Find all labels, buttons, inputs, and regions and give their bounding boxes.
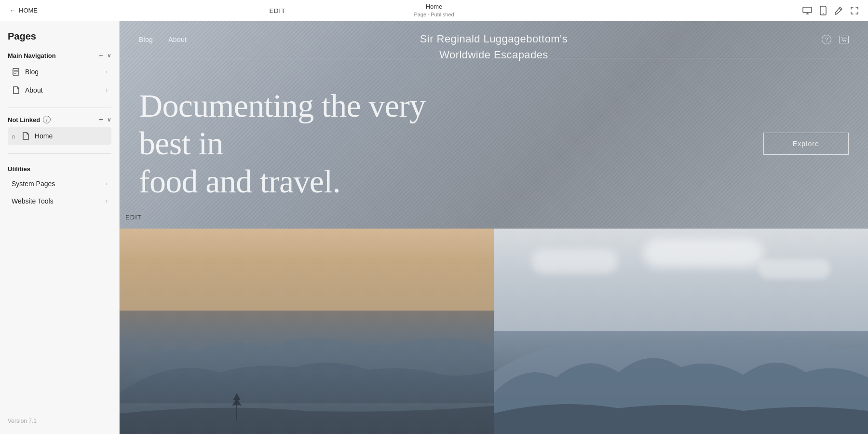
main-navigation-section: Main Navigation + ∨ [0,48,119,100]
back-arrow-icon: ← [10,7,16,14]
fullscreen-button[interactable] [851,7,858,14]
website-tools-label: Website Tools [12,197,54,205]
main-navigation-header[interactable]: Main Navigation + ∨ [8,48,111,63]
website-preview: Blog About Sir Reginald Luggagebottom's … [120,21,868,434]
tree-silhouette [232,391,242,420]
photo-card-right [494,229,868,434]
photo-card-left [120,229,494,434]
system-pages-item[interactable]: System Pages › [8,176,111,192]
nav-item-about[interactable]: About › [8,81,111,99]
main-navigation-actions: + ∨ [99,52,111,59]
divider-2 [8,153,111,154]
sidebar-title: Pages [8,31,111,42]
home-current-icon: ⌂ [12,133,15,140]
collapse-nav-button[interactable]: ∨ [107,53,111,58]
version-label: Version 7.1 [0,408,119,434]
photo-right-image [494,229,868,434]
preview-area: Blog About Sir Reginald Luggagebottom's … [120,21,868,434]
hero-section: Blog About Sir Reginald Luggagebottom's … [120,21,868,229]
toolbar-icons [802,6,858,15]
website-tools-item[interactable]: Website Tools › [8,193,111,209]
nav-item-blog-arrow: › [106,68,108,75]
svg-point-10 [845,41,846,42]
hero-content: Documenting the very best in food and tr… [120,58,868,229]
back-button[interactable]: ← HOME [10,7,38,14]
search-nav-icon[interactable]: ? [822,35,831,44]
site-nav-icons: ? [822,35,849,44]
not-linked-actions: + ∨ [99,116,111,123]
desktop-view-button[interactable] [802,7,812,14]
not-linked-label: Not Linked [8,116,40,123]
add-nav-item-button[interactable]: + [99,52,103,59]
mobile-view-button[interactable] [820,6,827,15]
back-label: HOME [19,7,38,14]
main-navigation-label: Main Navigation [8,52,56,59]
nav-item-about-arrow: › [106,87,108,94]
hero-heading-line1: Documenting the very best in [139,87,425,162]
cart-nav-icon[interactable] [839,36,849,43]
sidebar-header: Pages [0,21,119,48]
site-nav-links: Blog About [139,36,187,43]
svg-rect-0 [803,7,812,13]
page-label: Home [414,3,454,11]
nav-item-about-label: About [25,86,43,94]
page-status: Page · Published [414,11,454,18]
site-nav: Blog About Sir Reginald Luggagebottom's … [120,21,868,58]
svg-point-9 [843,41,844,42]
nav-item-blog-label: Blog [25,68,39,76]
add-not-linked-button[interactable]: + [99,116,103,123]
site-nav-blog[interactable]: Blog [139,36,153,43]
design-button[interactable] [834,6,843,15]
hero-heading: Documenting the very best in food and tr… [139,87,476,200]
svg-rect-11 [120,403,494,434]
main-layout: Pages Main Navigation + ∨ [0,21,868,434]
edit-button[interactable]: EDIT [125,214,142,221]
system-pages-label: System Pages [12,180,55,188]
utilities-section: Utilities System Pages › Website Tools › [0,162,119,210]
collapse-not-linked-button[interactable]: ∨ [107,117,111,122]
nav-item-blog[interactable]: Blog › [8,63,111,81]
divider-1 [8,108,111,108]
not-linked-info-icon[interactable]: i [43,116,51,123]
site-title-line1: Sir Reginald Luggagebottom's [420,31,568,47]
utilities-label: Utilities [8,162,111,176]
edit-label: EDIT [269,7,285,14]
photo-left-image [120,229,494,434]
blog-icon [12,68,20,76]
hero-heading-line2: food and travel. [139,163,340,200]
home-page-icon [21,132,30,140]
page-info: Home Page · Published [414,3,454,18]
nav-item-home[interactable]: ⌂ Home [8,127,111,145]
svg-point-4 [823,13,824,14]
not-linked-header[interactable]: Not Linked i + ∨ [8,112,111,127]
nav-item-home-label: Home [35,132,53,140]
sidebar: Pages Main Navigation + ∨ [0,21,120,434]
site-nav-about[interactable]: About [168,36,187,43]
not-linked-section: Not Linked i + ∨ ⌂ [0,112,119,146]
photo-grid [120,229,868,434]
about-icon [12,86,20,95]
explore-button[interactable]: Explore [763,133,849,155]
hero-heading-text: Documenting the very best in food and tr… [139,87,476,200]
top-bar: ← HOME EDIT Home Page · Published EDIT [0,0,868,21]
website-tools-arrow: › [106,198,108,204]
system-pages-arrow: › [106,180,108,187]
